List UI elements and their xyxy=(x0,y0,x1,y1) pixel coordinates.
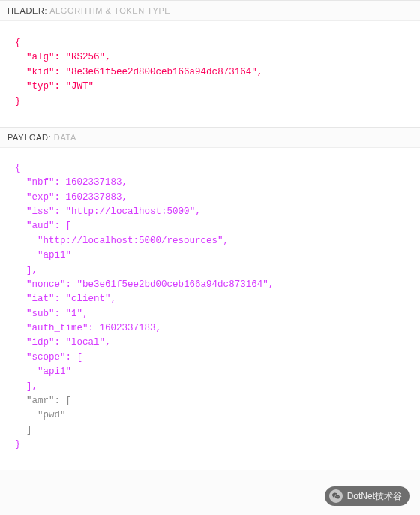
watermark-badge: DotNet技术谷 xyxy=(325,486,410,506)
jwt-header-section: HEADER: ALGORITHM & TOKEN TYPE { "alg": … xyxy=(0,0,420,127)
header-code[interactable]: { "alg": "RS256", "kid": "8e3e61f5ee2d80… xyxy=(0,21,420,127)
payload-code[interactable]: { "nbf": 1602337183, "exp": 1602337883, … xyxy=(0,148,420,471)
section-header: PAYLOAD: DATA xyxy=(0,128,420,148)
header-label: HEADER: xyxy=(8,6,47,15)
payload-label: PAYLOAD: xyxy=(8,133,51,142)
header-sub: ALGORITHM & TOKEN TYPE xyxy=(50,6,170,15)
jwt-payload-section: PAYLOAD: DATA { "nbf": 1602337183, "exp"… xyxy=(0,127,420,471)
payload-sub: DATA xyxy=(54,133,76,142)
watermark-text: DotNet技术谷 xyxy=(347,490,402,503)
wechat-icon xyxy=(329,489,343,503)
section-header: HEADER: ALGORITHM & TOKEN TYPE xyxy=(0,1,420,21)
